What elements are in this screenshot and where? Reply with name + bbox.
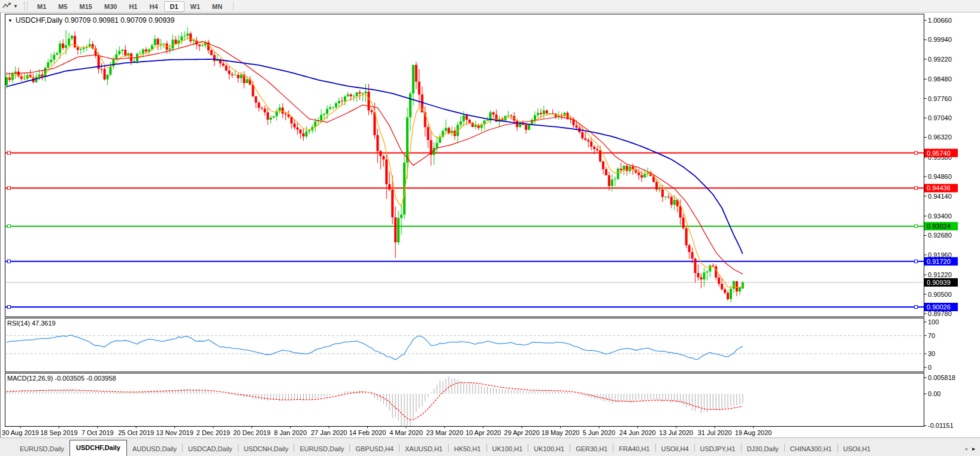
svg-text:0.98480: 0.98480 [928, 75, 952, 83]
rsi-label: RSI(14) 47.3619 [7, 320, 56, 327]
chart-tab-hk50-h1[interactable]: HK50,H1 [449, 442, 486, 456]
svg-text:4 Mar 2020: 4 Mar 2020 [389, 429, 423, 436]
svg-text:70: 70 [928, 332, 935, 339]
timeframe-button-m5[interactable]: M5 [52, 1, 73, 12]
chart-tab-ger30-h1[interactable]: GER30,H1 [570, 442, 613, 456]
svg-text:18 Sep 2019: 18 Sep 2019 [40, 429, 77, 436]
main-panel-frame [5, 14, 924, 317]
chart-tabs-list: EURUSD,DailyUSDCHF,DailyAUDUSD,DailyUSDC… [14, 438, 961, 456]
chart-tab-china300-h1[interactable]: CHINA300,H1 [785, 442, 837, 456]
svg-text:0.97760: 0.97760 [928, 95, 952, 102]
svg-text:0.92680: 0.92680 [928, 232, 952, 239]
svg-text:25 Oct 2019: 25 Oct 2019 [118, 429, 154, 436]
hline-handle[interactable] [915, 260, 918, 263]
svg-text:0.91720: 0.91720 [927, 258, 951, 265]
svg-text:0.90026: 0.90026 [927, 303, 951, 311]
chart-tab-eurusd-daily[interactable]: EURUSD,Daily [14, 442, 69, 456]
svg-text:30 Aug 2019: 30 Aug 2019 [2, 429, 39, 436]
rsi-panel-frame [5, 318, 924, 372]
svg-text:7 Oct 2019: 7 Oct 2019 [81, 429, 114, 436]
svg-text:30: 30 [928, 350, 935, 357]
chart-tab-usdcad-daily[interactable]: USDCAD,Daily [183, 442, 238, 456]
chart-tab-usdjpy-h1[interactable]: USDJPY,H1 [695, 442, 741, 456]
chart-ohlc-title: ▼ USDCHF,Daily 0.90709 0.90981 0.90709 0… [8, 16, 174, 25]
chart-tab-usoil-h1[interactable]: USOil,H1 [838, 442, 876, 456]
chart-tab-fra40-h1[interactable]: FRA40,H1 [613, 442, 655, 456]
svg-text:19 Aug 2020: 19 Aug 2020 [735, 429, 772, 436]
svg-text:1.00660: 1.00660 [928, 17, 952, 24]
hline-handle[interactable] [915, 306, 918, 309]
hline-handle[interactable] [8, 260, 11, 263]
svg-text:24 Jun 2020: 24 Jun 2020 [619, 429, 656, 436]
timeframe-button-w1[interactable]: W1 [184, 1, 207, 12]
timeframe-button-m30[interactable]: M30 [98, 1, 123, 12]
svg-text:23 Mar 2020: 23 Mar 2020 [427, 429, 464, 436]
macd-label: MACD(12,26,9) -0.003505 -0.003958 [7, 375, 116, 382]
chart-tab-dj30-daily[interactable]: DJ30,Daily [742, 442, 784, 456]
timeframe-button-h1[interactable]: H1 [123, 1, 143, 12]
svg-text:0.96320: 0.96320 [928, 133, 952, 141]
svg-text:0.94860: 0.94860 [928, 173, 952, 180]
tool-dropdown-arrow[interactable]: ▼ [13, 4, 20, 9]
chart-tab-audusd-daily[interactable]: AUDUSD,Daily [127, 442, 182, 456]
svg-text:0.00: 0.00 [928, 390, 940, 397]
chart-title-text: USDCHF,Daily 0.90709 0.90981 0.90709 0.9… [16, 16, 175, 25]
toolbar-drag-handle[interactable] [24, 2, 28, 10]
chart-tab-gbpusd-h4[interactable]: GBPUSD,H4 [350, 442, 399, 456]
svg-text:0.90939: 0.90939 [927, 279, 951, 286]
timeframe-button-d1[interactable]: D1 [164, 1, 184, 12]
svg-text:5 Jun 2020: 5 Jun 2020 [583, 429, 615, 436]
macd-panel-frame [5, 373, 924, 427]
svg-text:0.94140: 0.94140 [928, 193, 952, 200]
chart-tab-usoil-h4[interactable]: USOil,H4 [656, 442, 694, 456]
svg-text:8 Jan 2020: 8 Jan 2020 [274, 429, 307, 436]
tab-scroll-arrows: ◂ ▸ [961, 446, 980, 456]
svg-text:0: 0 [928, 364, 931, 371]
timeframe-button-mn[interactable]: MN [206, 1, 228, 12]
svg-text:14 Feb 2020: 14 Feb 2020 [349, 429, 386, 436]
timeframe-button-m1[interactable]: M1 [31, 1, 52, 12]
tab-scroll-left-icon[interactable]: ◂ [964, 446, 967, 452]
chart-tabs-bar: EURUSD,DailyUSDCHF,DailyAUDUSD,DailyUSDC… [0, 437, 980, 456]
svg-text:27 Jan 2020: 27 Jan 2020 [311, 429, 347, 436]
chart-tab-usdchf-daily[interactable]: USDCHF,Daily [69, 440, 127, 456]
chart-tab-xauusd-h1[interactable]: XAUUSD,H1 [400, 442, 448, 456]
svg-text:-0.01151: -0.01151 [928, 422, 954, 429]
symbol-dropdown-icon[interactable]: ▼ [8, 18, 13, 23]
svg-text:29 Apr 2020: 29 Apr 2020 [504, 429, 540, 436]
hline-handle[interactable] [8, 151, 11, 154]
chart-tab-usdcnh-daily[interactable]: USDCNH,Daily [238, 442, 294, 456]
svg-text:100: 100 [928, 318, 939, 326]
cursor-tool-glyph [2, 2, 12, 10]
chart-canvas[interactable]: 1.006600.999400.992200.984800.977600.970… [1, 13, 980, 437]
chart-tab-eurusd-daily[interactable]: EURUSD,Daily [294, 442, 349, 456]
hline-handle[interactable] [915, 151, 918, 154]
hline-handle[interactable] [915, 187, 918, 190]
timeframe-button-m15[interactable]: M15 [74, 1, 98, 12]
date-axis[interactable]: 30 Aug 201918 Sep 20197 Oct 201925 Oct 2… [2, 427, 772, 437]
svg-text:13 Nov 2019: 13 Nov 2019 [156, 429, 193, 436]
hline-handle[interactable] [8, 306, 11, 309]
svg-text:18 May 2020: 18 May 2020 [542, 429, 580, 436]
svg-text:0.97040: 0.97040 [928, 114, 952, 121]
hline-handle[interactable] [915, 224, 918, 227]
hline-handle[interactable] [8, 224, 11, 227]
hline-handle[interactable] [8, 187, 11, 190]
chart-tab-uk100-h1[interactable]: UK100,H1 [487, 442, 528, 456]
svg-text:13 Jul 2020: 13 Jul 2020 [659, 429, 693, 436]
chart-tab-uk100-h1[interactable]: UK100,H1 [528, 442, 570, 456]
price-axis[interactable]: 1.006600.999400.992200.984800.977600.970… [924, 17, 958, 317]
chart-window: ▼ USDCHF,Daily 0.90709 0.90981 0.90709 0… [0, 13, 980, 437]
svg-text:2 Dec 2019: 2 Dec 2019 [196, 429, 230, 436]
tab-scroll-right-icon[interactable]: ▸ [972, 446, 975, 452]
svg-text:0.91220: 0.91220 [928, 271, 952, 278]
svg-text:0.93024: 0.93024 [927, 223, 951, 230]
svg-text:0.005818: 0.005818 [928, 374, 955, 381]
timeframe-buttons-group: M1M5M15M30H1H4D1W1MN [31, 1, 228, 12]
svg-text:0.99940: 0.99940 [928, 36, 952, 43]
svg-text:0.90500: 0.90500 [928, 291, 952, 298]
timeframe-button-h4[interactable]: H4 [143, 1, 164, 12]
svg-text:0.94436: 0.94436 [927, 184, 951, 191]
cursor-tool-icon[interactable] [1, 1, 13, 11]
svg-text:0.95740: 0.95740 [927, 150, 951, 157]
